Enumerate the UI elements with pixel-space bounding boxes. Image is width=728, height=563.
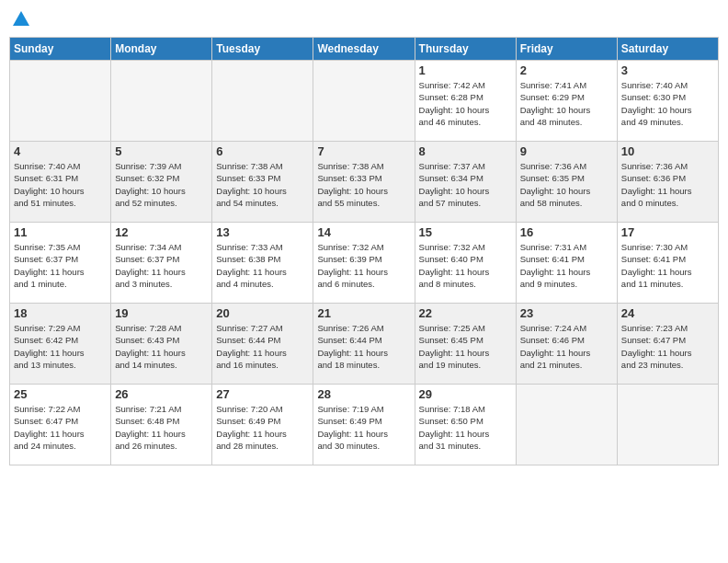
day-number: 6 [216, 144, 309, 158]
day-number: 18 [14, 306, 107, 320]
day-number: 15 [419, 225, 512, 239]
day-number: 19 [115, 306, 208, 320]
day-number: 16 [520, 225, 613, 239]
calendar-week-row: 11Sunrise: 7:35 AM Sunset: 6:37 PM Dayli… [10, 223, 719, 304]
day-info: Sunrise: 7:32 AM Sunset: 6:39 PM Dayligh… [317, 241, 410, 290]
day-info: Sunrise: 7:24 AM Sunset: 6:46 PM Dayligh… [520, 322, 613, 371]
day-info: Sunrise: 7:36 AM Sunset: 6:36 PM Dayligh… [621, 160, 714, 209]
calendar-cell [111, 61, 212, 142]
calendar-cell: 21Sunrise: 7:26 AM Sunset: 6:44 PM Dayli… [313, 304, 415, 385]
day-info: Sunrise: 7:38 AM Sunset: 6:33 PM Dayligh… [216, 160, 309, 209]
day-number: 17 [621, 225, 714, 239]
day-info: Sunrise: 7:35 AM Sunset: 6:37 PM Dayligh… [14, 241, 107, 290]
calendar-cell: 22Sunrise: 7:25 AM Sunset: 6:45 PM Dayli… [415, 304, 516, 385]
svg-marker-0 [13, 11, 29, 26]
calendar-cell: 26Sunrise: 7:21 AM Sunset: 6:48 PM Dayli… [111, 385, 212, 465]
calendar-week-row: 25Sunrise: 7:22 AM Sunset: 6:47 PM Dayli… [10, 385, 719, 465]
day-number: 23 [520, 306, 613, 320]
weekday-header-tuesday: Tuesday [212, 38, 313, 61]
day-info: Sunrise: 7:21 AM Sunset: 6:48 PM Dayligh… [115, 403, 208, 452]
calendar-cell: 5Sunrise: 7:39 AM Sunset: 6:32 PM Daylig… [111, 142, 212, 223]
day-info: Sunrise: 7:37 AM Sunset: 6:34 PM Dayligh… [419, 160, 512, 209]
day-number: 25 [14, 387, 107, 401]
day-info: Sunrise: 7:36 AM Sunset: 6:35 PM Dayligh… [520, 160, 613, 209]
day-info: Sunrise: 7:33 AM Sunset: 6:38 PM Dayligh… [216, 241, 309, 290]
day-info: Sunrise: 7:27 AM Sunset: 6:44 PM Dayligh… [216, 322, 309, 371]
weekday-header-wednesday: Wednesday [313, 38, 415, 61]
day-info: Sunrise: 7:26 AM Sunset: 6:44 PM Dayligh… [317, 322, 410, 371]
calendar-week-row: 4Sunrise: 7:40 AM Sunset: 6:31 PM Daylig… [10, 142, 719, 223]
day-info: Sunrise: 7:19 AM Sunset: 6:49 PM Dayligh… [317, 403, 410, 452]
day-info: Sunrise: 7:29 AM Sunset: 6:42 PM Dayligh… [14, 322, 107, 371]
day-info: Sunrise: 7:32 AM Sunset: 6:40 PM Dayligh… [419, 241, 512, 290]
calendar-cell: 27Sunrise: 7:20 AM Sunset: 6:49 PM Dayli… [212, 385, 313, 465]
weekday-header-monday: Monday [111, 38, 212, 61]
calendar-cell: 9Sunrise: 7:36 AM Sunset: 6:35 PM Daylig… [516, 142, 617, 223]
day-info: Sunrise: 7:20 AM Sunset: 6:49 PM Dayligh… [216, 403, 309, 452]
calendar-cell: 1Sunrise: 7:42 AM Sunset: 6:28 PM Daylig… [415, 61, 516, 142]
calendar-cell: 19Sunrise: 7:28 AM Sunset: 6:43 PM Dayli… [111, 304, 212, 385]
day-number: 21 [317, 306, 410, 320]
calendar-cell: 24Sunrise: 7:23 AM Sunset: 6:47 PM Dayli… [617, 304, 718, 385]
calendar-cell: 11Sunrise: 7:35 AM Sunset: 6:37 PM Dayli… [10, 223, 111, 304]
page-header [9, 9, 719, 29]
calendar-cell: 25Sunrise: 7:22 AM Sunset: 6:47 PM Dayli… [10, 385, 111, 465]
day-number: 13 [216, 225, 309, 239]
calendar-cell: 2Sunrise: 7:41 AM Sunset: 6:29 PM Daylig… [516, 61, 617, 142]
calendar-table: SundayMondayTuesdayWednesdayThursdayFrid… [9, 37, 719, 465]
day-info: Sunrise: 7:39 AM Sunset: 6:32 PM Dayligh… [115, 160, 208, 209]
calendar-cell: 29Sunrise: 7:18 AM Sunset: 6:50 PM Dayli… [415, 385, 516, 465]
day-info: Sunrise: 7:38 AM Sunset: 6:33 PM Dayligh… [317, 160, 410, 209]
day-number: 22 [419, 306, 512, 320]
calendar-cell: 17Sunrise: 7:30 AM Sunset: 6:41 PM Dayli… [617, 223, 718, 304]
day-number: 14 [317, 225, 410, 239]
calendar-cell: 15Sunrise: 7:32 AM Sunset: 6:40 PM Dayli… [415, 223, 516, 304]
day-info: Sunrise: 7:34 AM Sunset: 6:37 PM Dayligh… [115, 241, 208, 290]
calendar-week-row: 18Sunrise: 7:29 AM Sunset: 6:42 PM Dayli… [10, 304, 719, 385]
day-info: Sunrise: 7:22 AM Sunset: 6:47 PM Dayligh… [14, 403, 107, 452]
day-number: 2 [520, 63, 613, 77]
calendar-cell [617, 385, 718, 465]
day-number: 29 [419, 387, 512, 401]
logo-icon [11, 9, 31, 29]
calendar-cell: 16Sunrise: 7:31 AM Sunset: 6:41 PM Dayli… [516, 223, 617, 304]
calendar-cell: 20Sunrise: 7:27 AM Sunset: 6:44 PM Dayli… [212, 304, 313, 385]
day-number: 20 [216, 306, 309, 320]
day-number: 27 [216, 387, 309, 401]
calendar-cell [212, 61, 313, 142]
logo [9, 9, 31, 29]
calendar-cell: 7Sunrise: 7:38 AM Sunset: 6:33 PM Daylig… [313, 142, 415, 223]
day-info: Sunrise: 7:41 AM Sunset: 6:29 PM Dayligh… [520, 79, 613, 128]
day-info: Sunrise: 7:28 AM Sunset: 6:43 PM Dayligh… [115, 322, 208, 371]
calendar-cell: 12Sunrise: 7:34 AM Sunset: 6:37 PM Dayli… [111, 223, 212, 304]
day-info: Sunrise: 7:18 AM Sunset: 6:50 PM Dayligh… [419, 403, 512, 452]
day-number: 9 [520, 144, 613, 158]
calendar-cell: 10Sunrise: 7:36 AM Sunset: 6:36 PM Dayli… [617, 142, 718, 223]
day-number: 28 [317, 387, 410, 401]
day-info: Sunrise: 7:40 AM Sunset: 6:31 PM Dayligh… [14, 160, 107, 209]
day-number: 10 [621, 144, 714, 158]
calendar-cell: 6Sunrise: 7:38 AM Sunset: 6:33 PM Daylig… [212, 142, 313, 223]
day-number: 24 [621, 306, 714, 320]
day-number: 5 [115, 144, 208, 158]
day-number: 8 [419, 144, 512, 158]
weekday-header-thursday: Thursday [415, 38, 516, 61]
calendar-cell: 4Sunrise: 7:40 AM Sunset: 6:31 PM Daylig… [10, 142, 111, 223]
calendar-cell: 14Sunrise: 7:32 AM Sunset: 6:39 PM Dayli… [313, 223, 415, 304]
calendar-cell: 28Sunrise: 7:19 AM Sunset: 6:49 PM Dayli… [313, 385, 415, 465]
calendar-cell [10, 61, 111, 142]
weekday-header-friday: Friday [516, 38, 617, 61]
weekday-header-saturday: Saturday [617, 38, 718, 61]
calendar-cell [313, 61, 415, 142]
calendar-cell: 3Sunrise: 7:40 AM Sunset: 6:30 PM Daylig… [617, 61, 718, 142]
day-number: 4 [14, 144, 107, 158]
day-info: Sunrise: 7:30 AM Sunset: 6:41 PM Dayligh… [621, 241, 714, 290]
calendar-cell [516, 385, 617, 465]
weekday-header-sunday: Sunday [10, 38, 111, 61]
day-number: 11 [14, 225, 107, 239]
calendar-cell: 18Sunrise: 7:29 AM Sunset: 6:42 PM Dayli… [10, 304, 111, 385]
day-number: 12 [115, 225, 208, 239]
calendar-header-row: SundayMondayTuesdayWednesdayThursdayFrid… [10, 38, 719, 61]
day-number: 1 [419, 63, 512, 77]
day-number: 3 [621, 63, 714, 77]
